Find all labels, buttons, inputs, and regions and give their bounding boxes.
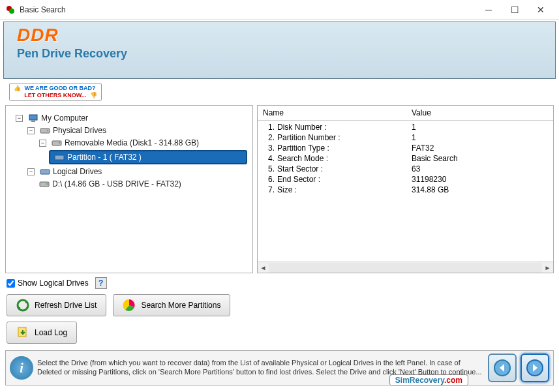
svg-point-1 (9, 8, 14, 14)
close-button[interactable]: ✕ (528, 2, 554, 18)
load-log-icon (16, 326, 29, 339)
drive-icon (40, 167, 50, 176)
drive-icon (39, 179, 50, 188)
svg-rect-3 (31, 121, 35, 122)
rate-line1: WE ARE GOOD OR BAD? (24, 85, 95, 91)
drive-icon (54, 153, 65, 162)
title-bar: Basic Search ─ ☐ ✕ (0, 0, 559, 20)
brand-logo: DDR (17, 25, 542, 46)
minimize-button[interactable]: ─ (476, 2, 502, 18)
app-icon (5, 5, 16, 15)
checkbox-label: Show Logical Drives (18, 279, 89, 288)
help-button[interactable]: ? (95, 277, 107, 289)
button-row-2: Load Log (0, 319, 559, 346)
table-row[interactable]: 1.Disk Number :1 (263, 122, 548, 132)
svg-point-12 (18, 300, 28, 310)
drive-tree-panel: − My Computer − Physical Drives (5, 105, 253, 273)
brand-dot: .com (444, 376, 462, 385)
table-row[interactable]: 4.Search Mode :Basic Search (263, 153, 548, 164)
next-button[interactable] (521, 354, 549, 382)
tree-label: Logical Drives (53, 167, 102, 176)
tree-label: D:\ (14.86 GB - USB DRIVE - FAT32) (52, 179, 181, 188)
pie-chart-icon (123, 299, 136, 312)
window-title: Basic Search (20, 5, 476, 14)
table-row[interactable]: 7.Size :314.88 GB (263, 185, 548, 195)
scroll-track[interactable] (269, 263, 542, 273)
drive-tree[interactable]: − My Computer − Physical Drives (11, 113, 247, 189)
maximize-button[interactable]: ☐ (502, 2, 528, 18)
tree-label: Removable Media (Disk1 - 314.88 GB) (65, 138, 199, 147)
horizontal-scrollbar[interactable]: ◄ ► (258, 262, 553, 273)
tree-node-logical-drive-d[interactable]: D:\ (14.86 GB - USB DRIVE - FAT32) (37, 179, 247, 189)
tree-node-physical-drives[interactable]: − Physical Drives (25, 125, 247, 136)
svg-rect-2 (29, 115, 37, 120)
tree-node-partition-selected[interactable]: Partition - 1 ( FAT32 ) (49, 150, 247, 164)
tree-label: Physical Drives (53, 126, 106, 135)
svg-point-11 (46, 183, 48, 185)
tree-node-my-computer[interactable]: − My Computer (14, 113, 247, 123)
details-header: Name Value (258, 106, 553, 121)
table-row[interactable]: 3.Partition Type :FAT32 (263, 143, 548, 153)
collapse-icon[interactable]: − (27, 168, 35, 175)
column-name[interactable]: Name (263, 108, 412, 117)
collapse-icon[interactable]: − (39, 140, 46, 147)
load-log-button[interactable]: Load Log (7, 322, 77, 344)
app-subtitle: Pen Drive Recovery (17, 47, 542, 61)
button-label: Refresh Drive List (35, 301, 97, 310)
svg-rect-8 (55, 155, 64, 160)
svg-rect-6 (52, 141, 61, 145)
drive-icon (52, 138, 62, 147)
info-icon: i (10, 356, 33, 380)
svg-point-7 (59, 142, 60, 143)
footer: i Select the Drive (from which you want … (5, 350, 554, 385)
svg-rect-4 (40, 128, 50, 133)
scroll-right-icon[interactable]: ► (542, 263, 553, 273)
back-button[interactable] (488, 354, 517, 382)
tree-label: Partition - 1 ( FAT32 ) (67, 153, 142, 162)
brand-sim: SimRecovery (395, 376, 444, 385)
checkbox-input[interactable] (7, 279, 15, 288)
collapse-icon[interactable]: − (27, 127, 35, 134)
refresh-icon (16, 299, 29, 312)
svg-rect-10 (40, 182, 49, 187)
refresh-drive-list-button[interactable]: Refresh Drive List (7, 294, 106, 316)
search-more-partitions-button[interactable]: Search More Partitions (113, 294, 230, 316)
rate-line2: LET OTHERS KNOW... (24, 92, 86, 98)
drive-icon (40, 126, 50, 135)
banner: DDR Pen Drive Recovery (3, 22, 556, 79)
table-row[interactable]: 6.End Sector :31198230 (263, 174, 548, 185)
collapse-icon[interactable]: − (16, 115, 23, 122)
computer-icon (28, 113, 38, 123)
svg-point-5 (47, 130, 48, 131)
rate-us-button[interactable]: 👍 WE ARE GOOD OR BAD? LET OTHERS KNOW...… (9, 83, 102, 101)
scroll-left-icon[interactable]: ◄ (258, 263, 269, 273)
tree-node-logical-drives[interactable]: − Logical Drives (25, 166, 247, 177)
table-row[interactable]: 2.Partition Number :1 (263, 132, 548, 143)
tree-label: My Computer (41, 113, 88, 123)
brand-badge[interactable]: SimRecovery.com (389, 374, 468, 386)
details-rows: 1.Disk Number :1 2.Partition Number :1 3… (258, 121, 553, 262)
main-area: − My Computer − Physical Drives (0, 105, 559, 273)
tree-node-removable-media[interactable]: − Removable Media (Disk1 - 314.88 GB) (37, 138, 247, 148)
details-panel: Name Value 1.Disk Number :1 2.Partition … (257, 105, 554, 273)
svg-rect-9 (40, 170, 50, 174)
show-logical-drives-checkbox[interactable]: Show Logical Drives (7, 279, 89, 288)
table-row[interactable]: 5.Start Sector :63 (263, 164, 548, 174)
button-label: Load Log (35, 328, 67, 337)
button-label: Search More Partitions (141, 301, 220, 310)
column-value[interactable]: Value (412, 108, 431, 117)
button-row-1: Refresh Drive List Search More Partition… (0, 292, 559, 319)
controls-row: Show Logical Drives ? (0, 273, 559, 292)
